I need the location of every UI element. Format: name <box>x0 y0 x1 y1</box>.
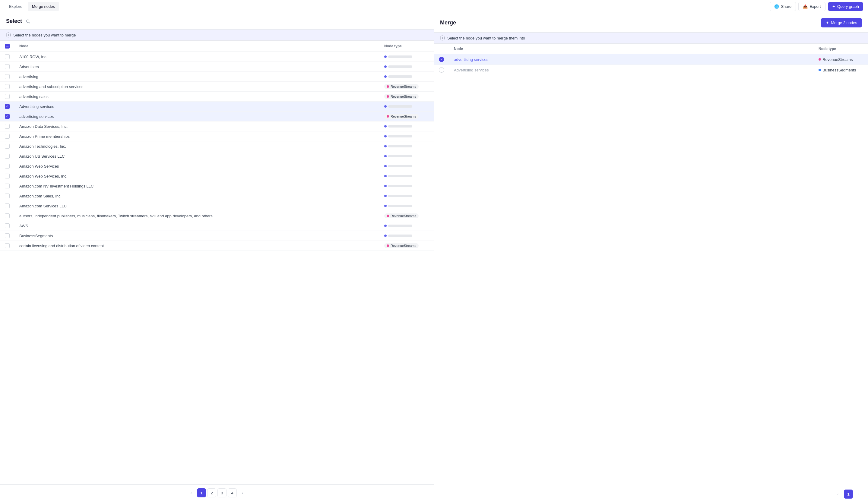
row-checkbox[interactable] <box>5 84 10 89</box>
row-checkbox-cell <box>0 181 14 191</box>
nodetype-placeholder <box>384 65 429 68</box>
nodetype-cell <box>379 72 434 82</box>
table-row: Amazon Data Services, Inc. <box>0 121 434 131</box>
prev-page-button[interactable]: ‹ <box>187 488 196 497</box>
nodetype-cell: RevenueStreams <box>379 82 434 92</box>
row-checkbox-cell <box>0 161 14 171</box>
merge-row-radio[interactable] <box>439 67 444 73</box>
row-checkbox[interactable] <box>5 213 10 218</box>
row-checkbox-cell <box>0 231 14 241</box>
row-checkbox[interactable] <box>5 94 10 99</box>
nodetype-placeholder <box>384 235 429 237</box>
merge-node-cell: Advertising services <box>449 65 814 75</box>
merge-node-col-header: Node <box>449 44 814 54</box>
nodetype-dot <box>384 75 387 78</box>
table-row: Amazon US Services LLC <box>0 151 434 161</box>
merge-panel: Merge ✦ Merge 2 nodes i Select the node … <box>434 13 868 501</box>
page-2-button[interactable]: 2 <box>207 488 216 497</box>
nodetype-dot <box>384 145 387 147</box>
merge-row-checkbox-cell <box>434 54 449 65</box>
nodetype-placeholder <box>384 205 429 207</box>
nodetype-cell: RevenueStreams <box>379 211 434 221</box>
row-checkbox-cell <box>0 191 14 201</box>
row-checkbox[interactable] <box>5 124 10 129</box>
row-checkbox[interactable] <box>5 144 10 149</box>
tab-merge-nodes[interactable]: Merge nodes <box>28 2 59 11</box>
merge-next-page[interactable]: › <box>854 490 863 499</box>
nodetype-placeholder <box>384 145 429 147</box>
page-3-button[interactable]: 3 <box>218 488 226 497</box>
merge-prev-page[interactable]: ‹ <box>834 490 843 499</box>
merge-node-name: advertising services <box>454 57 488 62</box>
merge-page-1[interactable]: 1 <box>844 490 853 499</box>
row-checkbox[interactable] <box>5 104 10 109</box>
graph-icon: ✦ <box>832 4 835 9</box>
nodetype-dot <box>384 105 387 108</box>
row-checkbox[interactable] <box>5 243 10 248</box>
row-checkbox[interactable] <box>5 74 10 79</box>
row-checkbox[interactable] <box>5 164 10 169</box>
table-row: Advertisers <box>0 62 434 72</box>
nodetype-label: RevenueStreams <box>391 214 416 218</box>
nodetype-cell: RevenueStreams <box>379 241 434 251</box>
node-cell: certain licensing and distribution of vi… <box>14 241 379 251</box>
merge-row-radio[interactable] <box>439 57 444 62</box>
page-4-button[interactable]: 4 <box>228 488 237 497</box>
nodetype-dot <box>384 135 387 137</box>
header-actions: 🌐 Share 📤 Export ✦ Query graph <box>770 2 863 11</box>
tab-explore[interactable]: Explore <box>5 2 27 11</box>
merge-nodetype-dot <box>818 58 821 61</box>
node-cell: Advertisers <box>14 62 379 72</box>
select-all-checkbox[interactable] <box>5 44 10 49</box>
nodetype-cell <box>379 181 434 191</box>
nodetype-label: RevenueStreams <box>391 115 416 118</box>
nodetype-loading-bar <box>388 55 412 58</box>
header: Explore Merge nodes 🌐 Share 📤 Export ✦ Q… <box>0 0 868 13</box>
nodetype-loading-bar <box>388 235 412 237</box>
row-checkbox[interactable] <box>5 193 10 198</box>
nodetype-placeholder <box>384 155 429 157</box>
row-checkbox-cell <box>0 121 14 131</box>
next-page-button[interactable]: › <box>238 488 247 497</box>
row-checkbox[interactable] <box>5 174 10 179</box>
query-graph-button[interactable]: ✦ Query graph <box>828 2 863 11</box>
share-button[interactable]: 🌐 Share <box>770 2 796 11</box>
merge-nodetype-text: RevenueStreams <box>818 57 863 62</box>
row-checkbox[interactable] <box>5 54 10 59</box>
nodetype-dot <box>387 95 389 98</box>
search-button[interactable] <box>25 18 31 24</box>
nodetype-badge: RevenueStreams <box>384 84 419 89</box>
merge-nodes-button[interactable]: ✦ Merge 2 nodes <box>821 18 862 28</box>
row-checkbox[interactable] <box>5 114 10 119</box>
merge-header-checkbox-col <box>434 44 449 54</box>
export-button[interactable]: 📤 Export <box>798 2 825 11</box>
nodetype-placeholder <box>384 75 429 78</box>
nodetype-dot <box>384 165 387 167</box>
node-cell: authors, independent publishers, musicia… <box>14 211 379 221</box>
row-checkbox[interactable] <box>5 184 10 189</box>
table-row: Amazon Web Services <box>0 161 434 171</box>
row-checkbox[interactable] <box>5 223 10 228</box>
nodetype-label: RevenueStreams <box>391 95 416 98</box>
merge-nodetype-col-header: Node type <box>814 44 868 54</box>
nodetype-cell: RevenueStreams <box>379 111 434 121</box>
row-checkbox[interactable] <box>5 203 10 208</box>
node-cell: Amazon US Services LLC <box>14 151 379 161</box>
nodetype-loading-bar <box>388 125 412 128</box>
row-checkbox[interactable] <box>5 134 10 139</box>
export-icon: 📤 <box>803 4 808 9</box>
nodetype-cell <box>379 161 434 171</box>
row-checkbox[interactable] <box>5 154 10 159</box>
row-checkbox-cell <box>0 211 14 221</box>
row-checkbox[interactable] <box>5 64 10 69</box>
nodetype-placeholder <box>384 185 429 187</box>
select-table-container[interactable]: Node Node type A100 ROW, Inc.Advertisers… <box>0 41 434 484</box>
row-checkbox[interactable] <box>5 233 10 238</box>
merge-table-container[interactable]: Node Node type advertising servicesReven… <box>434 44 868 265</box>
svg-line-1 <box>29 22 30 23</box>
nodetype-cell <box>379 62 434 72</box>
row-checkbox-cell <box>0 151 14 161</box>
nodetype-dot <box>384 125 387 128</box>
page-1-button[interactable]: 1 <box>197 488 206 497</box>
nodetype-dot <box>384 195 387 197</box>
